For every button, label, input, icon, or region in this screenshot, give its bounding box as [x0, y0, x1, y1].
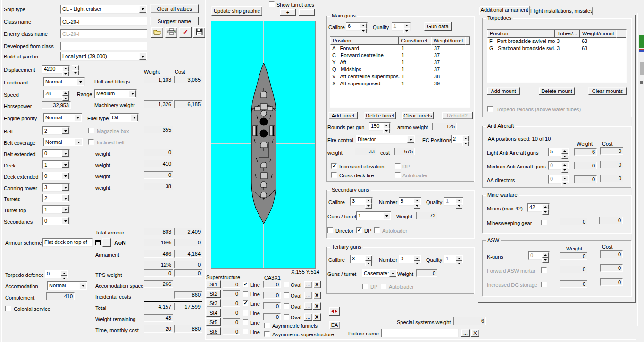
torpedo-row[interactable]: F - Port broadside swivel mo... 3 63: [487, 38, 626, 45]
spin-down-icon[interactable]: [365, 203, 372, 209]
oval1-browse-button[interactable]: ...: [304, 281, 312, 288]
spin-up-icon[interactable]: [542, 204, 549, 209]
spin-down-icon[interactable]: [456, 261, 462, 266]
st3-button[interactable]: St3: [206, 299, 221, 307]
save-button[interactable]: [193, 27, 205, 38]
secondary-dp-checkbox[interactable]: ✓: [356, 227, 362, 233]
st3-line-checkbox[interactable]: ✓: [243, 300, 248, 306]
chevron-down-icon[interactable]: [75, 139, 82, 145]
spin-down-icon[interactable]: [360, 28, 367, 33]
spin-down-icon[interactable]: [403, 28, 410, 33]
chevron-down-icon[interactable]: [407, 136, 414, 143]
open-file-button[interactable]: [151, 27, 163, 38]
torpedoes-col-tubes[interactable]: Tubes/...: [555, 30, 580, 38]
secondary-calibre-spin[interactable]: 3: [350, 197, 373, 206]
tab-flight-installations[interactable]: Flight installations, missiles: [530, 7, 593, 15]
displacement-fine-spinner[interactable]: [72, 65, 79, 74]
freeboard-combo[interactable]: Normal: [43, 77, 85, 86]
st5-button[interactable]: St5: [206, 318, 221, 326]
armour-scheme-button[interactable]: [102, 238, 111, 247]
st4-button[interactable]: St4: [206, 309, 221, 317]
spin-down-icon[interactable]: [61, 276, 67, 281]
oval1-checkbox[interactable]: ✓: [284, 282, 289, 287]
tertiary-guns-turret-combo[interactable]: Casemate:: [362, 269, 397, 278]
picture-name-input[interactable]: [381, 329, 459, 337]
class-name-input[interactable]: [60, 17, 147, 26]
chevron-down-icon[interactable]: [62, 184, 69, 191]
tertiary-number-spin[interactable]: 0: [399, 255, 421, 263]
conning-tower-combo[interactable]: 3: [42, 183, 70, 192]
st6-button[interactable]: St6: [206, 327, 221, 335]
minesweeping-gear-checkbox[interactable]: ✓: [541, 220, 547, 225]
spin-down-icon[interactable]: [383, 128, 390, 133]
chevron-down-icon[interactable]: [383, 212, 390, 219]
add-turret-button[interactable]: Add turret: [328, 112, 358, 119]
tab-additional-armament[interactable]: Additional armament: [479, 6, 530, 15]
main-guns-col-position[interactable]: Position: [330, 37, 399, 45]
suggest-name-button[interactable]: Suggest name: [150, 17, 199, 25]
turret-top-combo[interactable]: 1: [42, 205, 70, 214]
main-gun-row[interactable]: X - Aft superimposed 1 39: [330, 80, 470, 87]
torpedo-row[interactable]: G - Starboard broadside swi... 3 63: [487, 45, 626, 52]
light-aa-spin[interactable]: 5: [548, 148, 569, 156]
update-ship-graphic-button[interactable]: Update ship graphic: [211, 6, 262, 16]
turrets-combo[interactable]: 2: [42, 194, 70, 202]
oval2-browse-button[interactable]: ...: [304, 292, 312, 299]
chevron-down-icon[interactable]: [62, 195, 69, 201]
kguns-spin[interactable]: 0: [528, 251, 550, 260]
colonial-service-checkbox[interactable]: ✓: [5, 306, 11, 311]
chevron-down-icon[interactable]: [129, 90, 136, 97]
spin-up-icon[interactable]: [365, 198, 372, 203]
cross-deck-fire-checkbox[interactable]: ✓: [331, 172, 337, 178]
torpedoes-col-weight[interactable]: Weight/mount: [580, 30, 616, 38]
chevron-down-icon[interactable]: [139, 53, 146, 60]
st2-line-checkbox[interactable]: ✓: [243, 291, 248, 297]
build-yard-combo[interactable]: Local yard (39,000): [60, 52, 147, 61]
swap-arrows-button[interactable]: [329, 307, 340, 316]
armour-scheme-value[interactable]: Flat deck on top of: [42, 238, 93, 247]
clear-turrets-button[interactable]: Clear turrets: [402, 112, 434, 119]
spin-down-icon[interactable]: [62, 96, 69, 101]
displacement-spin[interactable]: 4200: [42, 65, 70, 74]
chevron-down-icon[interactable]: [139, 6, 146, 13]
zoom-out-button[interactable]: -: [299, 9, 315, 16]
spin-down-icon[interactable]: [414, 261, 420, 266]
spin-up-icon[interactable]: [403, 23, 410, 28]
spin-down-icon[interactable]: [561, 154, 568, 159]
main-gun-row[interactable]: V - Aft centreline superimpos... 1 38: [330, 73, 470, 80]
spin-down-icon[interactable]: [462, 141, 469, 146]
accomodation-combo[interactable]: Normal: [47, 281, 87, 290]
clear-all-values-button[interactable]: Clear all values: [150, 4, 199, 13]
spin-up-icon[interactable]: [365, 256, 372, 261]
chevron-down-icon[interactable]: [62, 127, 69, 134]
oval1-delete-button[interactable]: X: [313, 281, 321, 288]
fire-control-combo[interactable]: Director: [356, 135, 415, 144]
chevron-down-icon[interactable]: [131, 114, 138, 121]
main-gun-row[interactable]: A - Forward 1 37: [330, 45, 470, 52]
secondary-director-checkbox[interactable]: ✓: [327, 227, 333, 233]
gun-data-button[interactable]: Gun data: [424, 22, 452, 31]
spin-up-icon[interactable]: [456, 198, 462, 203]
mines-spin[interactable]: 42: [527, 203, 550, 212]
spin-down-icon[interactable]: [365, 261, 372, 266]
belt-combo[interactable]: 2: [42, 126, 70, 135]
delete-turret-button[interactable]: Delete turret: [364, 112, 396, 119]
spin-down-icon[interactable]: [561, 167, 568, 173]
belt-coverage-combo[interactable]: Normal: [43, 138, 83, 146]
delete-mount-button[interactable]: Delete mount: [539, 87, 575, 95]
speed-spin[interactable]: 28: [43, 90, 70, 98]
spin-up-icon[interactable]: [383, 123, 390, 128]
st4-line-checkbox[interactable]: ✓: [243, 310, 248, 316]
main-guns-col-weight[interactable]: Weight/turret: [431, 37, 465, 45]
deck-extended-combo[interactable]: 0: [42, 172, 70, 180]
main-gun-row[interactable]: Q - Midships 1 37: [330, 66, 470, 73]
spin-down-icon[interactable]: [561, 181, 568, 186]
oval3-delete-button[interactable]: X: [313, 302, 321, 310]
ship-type-combo[interactable]: CL - Light cruiser: [60, 5, 147, 14]
main-gun-row[interactable]: Y - Aft 1 37: [330, 59, 470, 66]
fuel-type-combo[interactable]: Oil: [110, 113, 139, 122]
spin-down-icon[interactable]: [542, 209, 549, 215]
spin-up-icon[interactable]: [542, 252, 549, 258]
oval3-checkbox[interactable]: ✓: [284, 303, 289, 309]
oval3-browse-button[interactable]: ...: [304, 302, 312, 310]
